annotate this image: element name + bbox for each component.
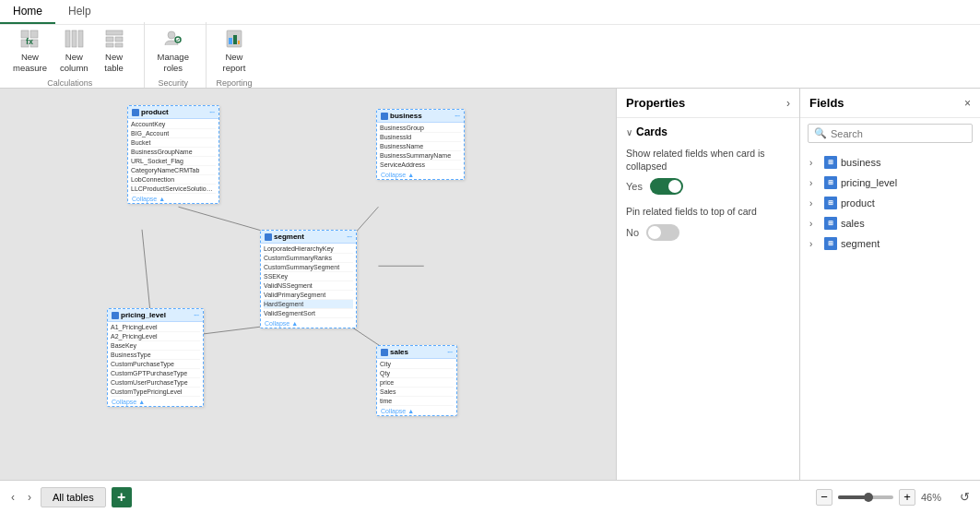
- table-row: BusinessId: [380, 133, 461, 142]
- segment-collapse[interactable]: Collapse ▲: [261, 319, 356, 328]
- svg-rect-7: [78, 30, 83, 47]
- product-table-icon: [132, 109, 139, 116]
- segment-table-actions: ···: [347, 233, 352, 240]
- fields-list: › ⊞ business › ⊞ pricing_level › ⊞ produ…: [800, 149, 980, 257]
- field-item-sales[interactable]: › ⊞ sales: [800, 213, 980, 233]
- tab-help[interactable]: Help: [55, 0, 104, 24]
- table-row: City: [380, 360, 454, 369]
- reporting-group-label: Reporting: [216, 78, 252, 88]
- field-expand-icon: ›: [809, 198, 821, 209]
- new-table-label: New table: [104, 52, 124, 73]
- svg-rect-10: [115, 37, 123, 42]
- sales-table-icon: [381, 349, 388, 356]
- field-item-segment[interactable]: › ⊞ segment: [800, 233, 980, 254]
- table-row: CustomGPTPurchaseType: [111, 369, 200, 378]
- new-column-icon: [61, 26, 87, 52]
- table-row: ValidPrimarySegment: [264, 291, 353, 300]
- pricing-collapse[interactable]: Collapse ▲: [108, 398, 203, 406]
- new-report-button[interactable]: New report: [214, 22, 254, 77]
- ribbon: Home Help fx New measure: [0, 0, 980, 89]
- pin-related-toggle[interactable]: [646, 224, 679, 241]
- table-card-pricing-level[interactable]: pricing_level ··· A1_PricingLevel A2_Pri…: [107, 308, 204, 407]
- segment-table-icon: [265, 233, 272, 241]
- business-table-icon: [381, 113, 388, 120]
- table-card-sales[interactable]: sales ··· City Qty price Sales time Coll…: [376, 345, 457, 416]
- table-row: HardSegment: [264, 300, 353, 309]
- field-item-pricing-level[interactable]: › ⊞ pricing_level: [800, 173, 980, 193]
- sales-collapse[interactable]: Collapse ▲: [377, 407, 456, 415]
- field-expand-icon: ›: [809, 158, 821, 168]
- svg-text:fx: fx: [26, 37, 33, 46]
- svg-line-20: [142, 230, 151, 321]
- table-card-segment[interactable]: segment ··· LorporatedHierarchyKey Custo…: [260, 230, 357, 328]
- table-row: BaseKey: [111, 341, 200, 351]
- new-measure-button[interactable]: fx New measure: [7, 22, 53, 77]
- new-column-button[interactable]: New column: [54, 22, 94, 77]
- field-expand-icon: ›: [809, 239, 821, 249]
- sales-table-actions: ···: [447, 349, 453, 355]
- table-row: Qty: [380, 369, 454, 378]
- field-item-business[interactable]: › ⊞ business: [800, 152, 980, 173]
- table-row: LobConnection: [131, 175, 216, 185]
- search-box[interactable]: 🔍: [808, 124, 973, 143]
- table-row: BusinessGroup: [380, 124, 461, 133]
- table-row: A1_PricingLevel: [111, 323, 200, 332]
- field-item-product[interactable]: › ⊞ product: [800, 193, 980, 213]
- diagram-canvas[interactable]: product ··· AccountKey BIG_Account Bucke…: [0, 89, 616, 480]
- manage-roles-button[interactable]: Manage roles: [152, 22, 195, 77]
- field-name-business: business: [841, 157, 880, 168]
- table-row: LorporatedHierarchyKey: [264, 245, 353, 254]
- svg-rect-12: [115, 43, 123, 47]
- business-collapse[interactable]: Collapse ▲: [377, 171, 464, 179]
- cards-section-expand[interactable]: ∨: [626, 127, 632, 137]
- fields-panel-close[interactable]: ×: [964, 97, 971, 110]
- product-table-title: product: [141, 108, 169, 116]
- field-name-pricing-level: pricing_level: [841, 177, 897, 188]
- add-tab-button[interactable]: +: [112, 487, 132, 507]
- table-card-business[interactable]: business ··· BusinessGroup BusinessId Bu…: [376, 109, 465, 180]
- search-input[interactable]: [831, 128, 966, 139]
- pricing-table-title: pricing_level: [121, 311, 166, 319]
- sales-table-title: sales: [390, 348, 408, 356]
- table-row: CategoryNameCRMTab: [131, 166, 216, 175]
- properties-expand-icon[interactable]: ›: [786, 97, 790, 110]
- pricing-table-icon: [112, 312, 119, 319]
- table-row: CustomSummaryRanks: [264, 254, 353, 263]
- nav-prev[interactable]: ‹: [7, 489, 18, 506]
- ribbon-group-reporting: New report Reporting: [214, 22, 266, 88]
- pin-related-label: Pin related fields to top of card: [626, 206, 790, 219]
- new-table-icon: [101, 26, 127, 52]
- properties-panel-title: Properties: [626, 96, 685, 110]
- zoom-slider-track[interactable]: [838, 495, 893, 499]
- product-table-actions: ···: [209, 109, 215, 115]
- nav-next[interactable]: ›: [24, 489, 35, 506]
- show-related-label: Show related fields when card is collaps…: [626, 148, 790, 173]
- svg-rect-5: [65, 30, 70, 47]
- tab-home[interactable]: Home: [0, 0, 55, 24]
- pin-related-value: No: [626, 227, 639, 238]
- table-row: CustomSummarySegment: [264, 263, 353, 272]
- pricing-table-actions: ···: [194, 312, 199, 318]
- svg-rect-8: [106, 30, 123, 35]
- table-card-product[interactable]: product ··· AccountKey BIG_Account Bucke…: [127, 105, 219, 204]
- table-row: URL_Socket_Flag: [131, 157, 216, 166]
- all-tables-tab[interactable]: All tables: [41, 487, 106, 507]
- manage-roles-label: Manage roles: [158, 52, 189, 73]
- zoom-controls: − + 46% ↺: [816, 489, 973, 506]
- zoom-value: 46%: [921, 492, 950, 503]
- ribbon-group-calculations: fx New measure New column: [7, 22, 145, 88]
- zoom-minus-button[interactable]: −: [816, 489, 832, 506]
- zoom-reset-button[interactable]: ↺: [956, 489, 973, 506]
- table-row: CustomPurchaseType: [111, 360, 200, 369]
- svg-rect-6: [72, 30, 77, 47]
- table-row: BusinessName: [380, 142, 461, 151]
- show-related-toggle[interactable]: [650, 178, 683, 195]
- new-table-button[interactable]: New table: [96, 22, 133, 77]
- field-name-segment: segment: [841, 238, 880, 249]
- zoom-plus-button[interactable]: +: [899, 489, 915, 506]
- table-row: ValidSegmentSort: [264, 309, 353, 318]
- svg-point-13: [168, 31, 175, 39]
- product-collapse[interactable]: Collapse ▲: [128, 195, 218, 203]
- table-row: BusinessGroupName: [131, 148, 216, 157]
- table-row: CustomUserPurchaseType: [111, 378, 200, 388]
